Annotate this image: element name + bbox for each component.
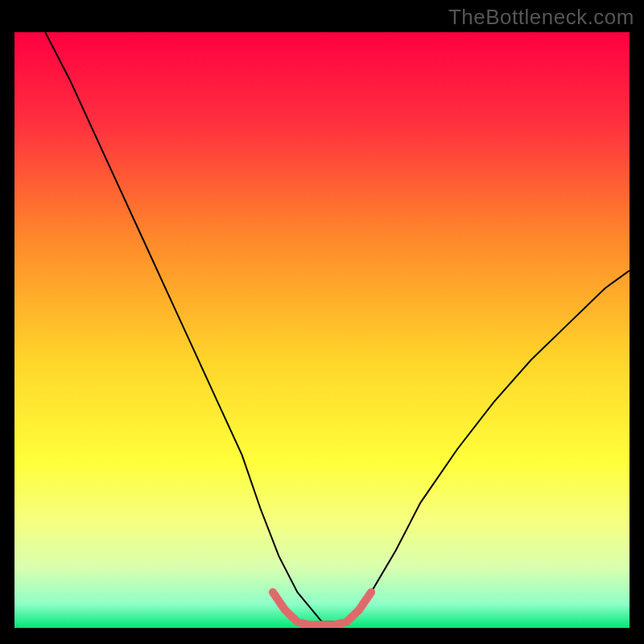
series-optimal-zone — [273, 592, 371, 625]
series-bottleneck-curve — [45, 32, 630, 622]
chart-plot — [14, 32, 630, 628]
chart-root: TheBottleneck.com — [0, 0, 644, 644]
chart-frame — [14, 32, 630, 628]
watermark-text: TheBottleneck.com — [448, 5, 634, 30]
